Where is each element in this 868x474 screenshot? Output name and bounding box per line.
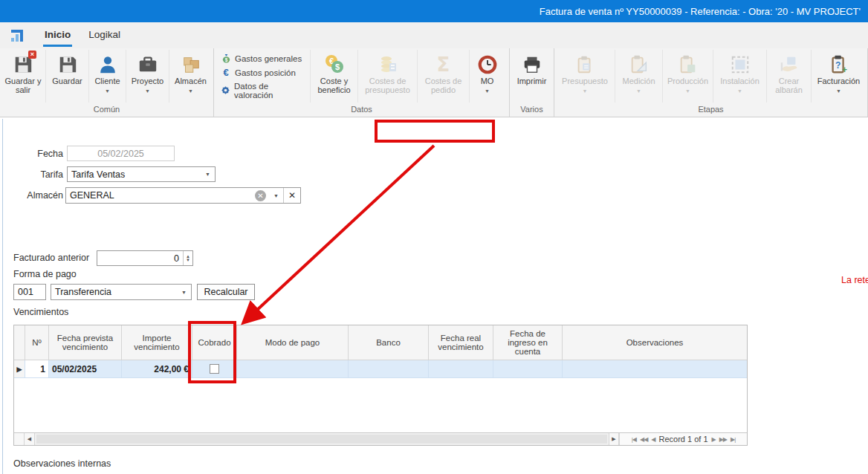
- group-caption-datos: Datos: [214, 103, 509, 117]
- recalcular-button[interactable]: Recalcular: [197, 284, 255, 300]
- ribbon-group-datos: $ Gastos generales € Gastos posición Dat…: [214, 48, 510, 117]
- col-modo-pago[interactable]: Modo de pago: [237, 325, 349, 360]
- chevron-down-icon: ▼: [105, 87, 110, 96]
- record-pager: |◀ ◀◀ ◀ Record 1 of 1 ▶ ▶▶ ▶|: [619, 433, 747, 445]
- row-indicator-header: [14, 325, 25, 360]
- costes-presupuesto-button: Costes de presupuesto: [357, 50, 417, 103]
- spinner-arrows-icon[interactable]: ▲▼: [183, 251, 192, 265]
- col-fecha-ingreso[interactable]: Fecha de ingreso en cuenta: [493, 325, 563, 360]
- chevron-down-icon: ▼: [188, 87, 193, 96]
- facturacion-button[interactable]: ?+ Facturación ▼: [811, 50, 866, 103]
- guardar-y-salir-button[interactable]: × Guardar y salir: [1, 50, 45, 103]
- col-observaciones[interactable]: Observaciones: [563, 325, 747, 360]
- grid-empty-area: [14, 378, 747, 432]
- chevron-down-icon: ▼: [636, 87, 641, 96]
- svg-text:?: ?: [835, 59, 840, 70]
- first-record-icon[interactable]: |◀: [632, 436, 636, 443]
- forma-pago-code-input[interactable]: 001: [13, 284, 46, 300]
- highlight-box-estados-tab: [375, 120, 495, 143]
- svg-text:$: $: [334, 62, 339, 71]
- coins-icon: €$: [323, 52, 346, 77]
- invoice-window: Factura de venta nº YY50000039 - Referen…: [0, 0, 868, 474]
- table-row[interactable]: ▶ 1 05/02/2025 242,00 €: [14, 360, 747, 378]
- chevron-down-icon: ▼: [583, 87, 588, 96]
- col-fecha-real[interactable]: Fecha real vencimiento: [429, 325, 493, 360]
- install-icon: [730, 52, 751, 77]
- app-logo-icon: [9, 27, 25, 44]
- ribbon-tab-row: Inicio Logikal: [0, 22, 868, 48]
- produccion-button: Producción ▼: [662, 50, 713, 103]
- last-record-icon[interactable]: ▶|: [731, 436, 735, 443]
- gastos-generales-button[interactable]: $ Gastos generales: [221, 53, 304, 64]
- cell-importe: 242,00 €: [122, 360, 192, 378]
- cell-observaciones: [563, 360, 747, 378]
- facturado-anterior-spinner[interactable]: 0 ▲▼: [97, 250, 193, 266]
- grid-bottom-bar: ◀ ▶ |◀ ◀◀ ◀ Record 1 of 1 ▶ ▶▶ ▶|: [14, 432, 747, 445]
- forma-pago-select[interactable]: Transferencia ▼: [51, 284, 192, 300]
- cell-fecha-prevista: 05/02/2025: [49, 360, 122, 378]
- almacen-button[interactable]: Almacén ▼: [169, 50, 212, 103]
- highlight-box-cobrado: [188, 321, 236, 383]
- chevron-down-icon[interactable]: ▼: [269, 193, 283, 198]
- chevron-down-icon: ▼: [836, 87, 841, 96]
- chevron-down-icon[interactable]: ▼: [201, 172, 215, 177]
- proyecto-button[interactable]: Proyecto ▼: [126, 50, 169, 103]
- vencimientos-grid: Nº Fecha prevista vencimiento Importe ve…: [13, 325, 748, 446]
- ribbon-group-etapas: Presupuesto ▼ Medición ▼ Producción ▼: [554, 48, 868, 117]
- printer-icon: [522, 52, 542, 77]
- clear-circle-icon[interactable]: ✕: [255, 190, 266, 201]
- instalacion-button: Instalación ▼: [713, 50, 766, 103]
- euro-icon: €: [221, 68, 231, 78]
- crear-albaran-button: Crear albarán: [766, 50, 811, 103]
- ribbon-group-varios: Imprimir Varios: [510, 48, 554, 117]
- cell-modo-pago: [237, 360, 349, 378]
- clipboard-production-icon: [678, 52, 699, 77]
- clear-x-icon[interactable]: ✕: [283, 188, 300, 203]
- ribbon: × Guardar y salir Guardar Cliente ▼: [0, 48, 868, 117]
- imprimir-button[interactable]: Imprimir: [511, 50, 553, 103]
- guardar-button[interactable]: Guardar: [45, 50, 88, 103]
- next-record-icon[interactable]: ▶: [712, 436, 716, 443]
- clipboard-icon: [574, 52, 595, 77]
- cliente-button[interactable]: Cliente ▼: [88, 50, 126, 103]
- close-x-badge-icon: ×: [28, 51, 36, 59]
- invoice-question-icon: ?+: [829, 52, 849, 77]
- tarifa-select[interactable]: Tarifa Ventas ▼: [67, 166, 216, 182]
- tarifa-label: Tarifa: [40, 169, 63, 180]
- chevron-down-icon[interactable]: ▼: [177, 290, 191, 295]
- datos-valoracion-button[interactable]: Datos de valoración: [221, 82, 304, 100]
- coste-beneficio-button[interactable]: €$ Coste y beneficio: [310, 50, 357, 103]
- scroll-left-arrow[interactable]: ◀: [25, 433, 35, 445]
- group-caption-etapas: Etapas: [554, 103, 867, 117]
- prev-record-icon[interactable]: ◀: [651, 436, 655, 443]
- chevron-down-icon: ▼: [145, 87, 150, 96]
- save-exit-icon: ×: [13, 52, 33, 77]
- mo-button[interactable]: MO ▼: [469, 50, 505, 103]
- group-caption-varios: Varios: [510, 103, 554, 117]
- scroll-right-arrow[interactable]: ▶: [609, 433, 619, 445]
- almacen-combo[interactable]: GENERAL ✕ ▼ ✕: [65, 187, 301, 204]
- facturado-anterior-label: Facturado anterior: [13, 253, 89, 263]
- col-importe[interactable]: Importe vencimiento: [122, 325, 192, 360]
- fast-next-icon[interactable]: ▶▶: [719, 436, 727, 443]
- col-numero[interactable]: Nº: [25, 325, 49, 360]
- row-indicator-icon: ▶: [14, 360, 25, 378]
- cell-numero: 1: [25, 360, 49, 378]
- gear-icon: [221, 85, 230, 96]
- svg-text:$: $: [224, 57, 227, 63]
- tab-inicio[interactable]: Inicio: [36, 22, 80, 48]
- col-banco[interactable]: Banco: [349, 325, 429, 360]
- clock-icon: [477, 52, 498, 77]
- tab-logikal[interactable]: Logikal: [80, 22, 129, 48]
- gastos-posicion-button[interactable]: € Gastos posición: [221, 68, 304, 78]
- clipboard-ruler-icon: [629, 52, 650, 77]
- scroll-corner: [14, 433, 25, 445]
- panel-left-border: [2, 119, 3, 474]
- col-fecha-prevista[interactable]: Fecha prevista vencimiento: [49, 325, 122, 360]
- fecha-input: 05/02/2025: [67, 146, 175, 161]
- fast-prev-icon[interactable]: ◀◀: [640, 436, 647, 443]
- hand-box-icon: [779, 52, 800, 77]
- observaciones-internas-label: Observaciones internas: [13, 458, 111, 469]
- horizontal-scrollbar[interactable]: [35, 433, 609, 445]
- scrollbar-thumb[interactable]: [36, 435, 607, 444]
